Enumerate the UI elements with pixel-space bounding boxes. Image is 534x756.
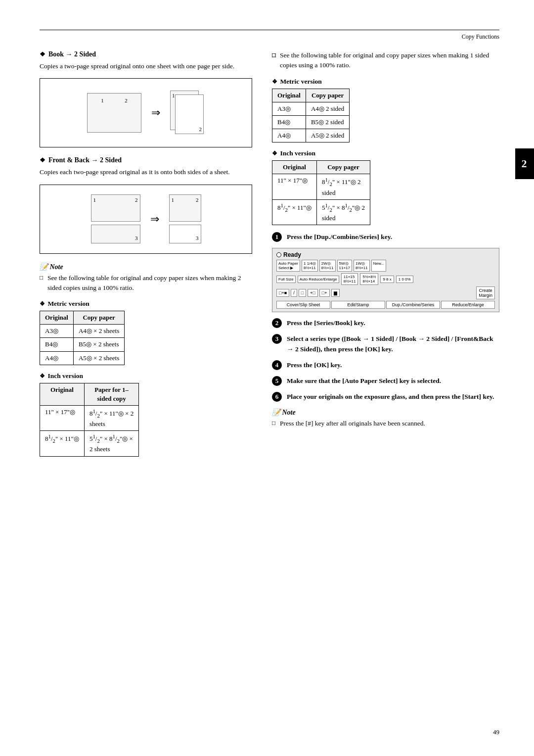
inch-td-copypager-2b: 51/2" × 81/2"◎ 2sided <box>316 199 370 225</box>
lcd-icon-5: □+ <box>319 289 330 297</box>
metric-th-copy-1: Copy paper <box>73 311 124 325</box>
lcd-icon-3: □ <box>299 289 306 297</box>
step-5: 5 Make sure that the [Auto Paper Select]… <box>272 376 499 386</box>
page-num-1b: 1 <box>172 93 175 98</box>
page-num-1: 1 <box>100 96 105 104</box>
lcd-pct-display: 9 8 x <box>380 276 394 283</box>
diamond-icon4: ❖ <box>40 373 45 379</box>
lcd-btn-autopaper[interactable]: Auto PaperSelect ▶ <box>276 260 300 272</box>
lcd-icon-2: / <box>291 289 297 297</box>
page-num-2: 2 <box>124 96 129 104</box>
note-section-1: 📝 Note See the following table for origi… <box>40 263 252 293</box>
inch-td-copy-1a: 81/2" × 11"◎ × 2sheets <box>84 406 138 431</box>
step-6: 6 Place your originals on the exposure g… <box>272 392 499 402</box>
metric-td-copy-2a: A4◎ 2 sided <box>306 102 349 115</box>
step-4-text: Press the [OK] key. <box>287 360 342 370</box>
metric-td-orig-1a: A3◎ <box>40 325 74 338</box>
pn1: 1 <box>93 197 96 203</box>
lcd-size-display-2: 5½×8½8½×14 <box>360 273 378 285</box>
tab-2: 2 <box>515 148 534 179</box>
lcd-footer-dup[interactable]: Dup./Combine/Series <box>386 301 440 309</box>
book-spread-diagram: 1 2 <box>87 93 141 133</box>
book-2sided-text: Copies a two-page spread original onto o… <box>40 61 252 71</box>
frontback-2sided-diagram: 1 2 3 ⇒ 1 2 3 <box>40 185 252 254</box>
lcd-btn-1[interactable]: 1 1/4◎8½×11 <box>302 260 318 272</box>
lcd-footer-reduce[interactable]: Reduce/Enlarge <box>441 301 495 309</box>
diamond-icon3: ❖ <box>40 300 45 307</box>
step-3-num: 3 <box>272 334 282 344</box>
frontback-2sided-text: Copies each two-page spread original as … <box>40 167 252 177</box>
metric-td-copy-1a: A4◎ × 2 sheets <box>73 325 124 338</box>
step-4-num: 4 <box>272 360 282 370</box>
lcd-icon-1: □+■ <box>276 289 289 297</box>
lcd-create-margin: CreateMargin <box>476 286 495 299</box>
right-column: □ See the following table for original a… <box>272 50 499 464</box>
book-2sided-heading: ❖ Book → 2 Sided <box>40 50 252 58</box>
diamond-icon6: ❖ <box>272 150 277 157</box>
step-6-text: Place your originals on the exposure gla… <box>287 392 494 402</box>
inch-version-1: ❖ Inch version Original Paper for 1–side… <box>40 372 252 457</box>
source-books: 1 2 3 <box>91 194 140 243</box>
inch-heading-1: ❖ Inch version <box>40 372 252 380</box>
lcd-footer-row: Cover/Slip Sheet Edit/Stamp Dup./Combine… <box>276 301 495 309</box>
metric-version-2: ❖ Metric version Original Copy paper A3◎… <box>272 78 499 143</box>
metric-th-copy-2: Copy paper <box>306 89 349 102</box>
inch-th-original-2: Original <box>272 161 317 174</box>
header-text: Copy Functions <box>40 33 499 41</box>
lcd-pct100-display: 1 0 0% <box>396 276 413 283</box>
opn3: 3 <box>196 235 199 241</box>
lcd-row-icons: □+■ / □ +□ □+ ▆ CreateMargin <box>276 286 495 299</box>
inch-td-orig-1b: 81/2" × 11"◎ <box>40 431 85 456</box>
pn3: 3 <box>135 235 138 241</box>
book-spread-2: 3 <box>91 225 140 243</box>
lcd-ready-text: Ready <box>283 251 301 258</box>
metric-td-orig-2b: B4◎ <box>272 115 306 129</box>
step-5-num: 5 <box>272 376 282 386</box>
metric-th-original-1: Original <box>40 311 74 325</box>
lcd-auto-reduce-btn[interactable]: Auto Reduce/Enlarge <box>298 276 339 283</box>
output-pages: 1 2 3 <box>169 194 201 243</box>
arrow-icon2: ⇒ <box>150 213 159 226</box>
step-6-num: 6 <box>272 392 282 402</box>
metric-version-1: ❖ Metric version Original Copy paper A3◎… <box>40 300 252 365</box>
arrow-icon: ⇒ <box>151 106 160 119</box>
lcd-btn-4[interactable]: 1W◎8½×11 <box>354 260 370 272</box>
inch-td-orig-2a: 11" × 17"◎ <box>272 174 317 199</box>
step-2: 2 Press the [Series/Book] key. <box>272 318 499 328</box>
lcd-size-display: 11×158½×11 <box>341 273 358 285</box>
note-item-3: Press the [#] key after all originals ha… <box>272 419 499 428</box>
step-1-num: 1 <box>272 232 282 242</box>
book-spread-1: 1 2 <box>91 194 140 222</box>
table-row: A3◎ A4◎ 2 sided <box>272 102 350 115</box>
lcd-footer-edit[interactable]: Edit/Stamp <box>331 301 385 309</box>
metric-th-original-2: Original <box>272 89 306 102</box>
table-row: 11" × 17"◎ 81/2" × 11"◎ 2sided <box>272 174 370 199</box>
step-3: 3 Select a series type ([Book → 1 Sided]… <box>272 334 499 354</box>
book-2sided-diagram: 1 2 ⇒ 1 2 <box>40 78 252 147</box>
lcd-fullsize-btn[interactable]: Full Size <box>276 276 296 283</box>
inch-th-copypager-2: Copy pager <box>316 161 370 174</box>
lcd-btn-3[interactable]: 5W◎11×17 <box>337 260 352 272</box>
lcd-footer-cover[interactable]: Cover/Slip Sheet <box>276 301 330 309</box>
step-2-text: Press the [Series/Book] key. <box>287 318 365 328</box>
lcd-btn-2[interactable]: 2W◎8½×11 <box>319 260 336 272</box>
step-1-text: Press the [Dup./Combine/Series] key. <box>287 232 392 242</box>
opn2: 2 <box>196 197 199 203</box>
inch-table-1: Original Paper for 1–sided copy 11" × 17… <box>40 383 139 457</box>
lcd-icon-6: ▆ <box>331 289 340 297</box>
single-pages: 1 2 <box>170 91 205 135</box>
lcd-btn-new[interactable]: New... <box>371 260 386 272</box>
diamond-icon: ❖ <box>40 50 45 58</box>
inch-table-2: Original Copy pager 11" × 17"◎ 81/2" × 1… <box>272 160 370 225</box>
step-3-text: Select a series type ([Book → 1 Sided] /… <box>287 334 499 354</box>
step-2-num: 2 <box>272 318 282 328</box>
pn2: 2 <box>135 197 138 203</box>
lcd-display: Ready Auto PaperSelect ▶ 1 1/4◎8½×11 2W◎… <box>272 248 499 312</box>
metric-td-orig-1b: B4◎ <box>40 338 74 351</box>
inch-td-copypager-2a: 81/2" × 11"◎ 2sided <box>316 174 370 199</box>
note-heading-1: 📝 Note <box>40 263 252 271</box>
metric-table-2: Original Copy paper A3◎ A4◎ 2 sided B4◎ … <box>272 89 350 143</box>
metric-td-orig-2a: A3◎ <box>272 102 306 115</box>
steps-section: 1 Press the [Dup./Combine/Series] key. R… <box>272 232 499 428</box>
metric-td-copy-1b: B5◎ × 2 sheets <box>73 338 124 351</box>
